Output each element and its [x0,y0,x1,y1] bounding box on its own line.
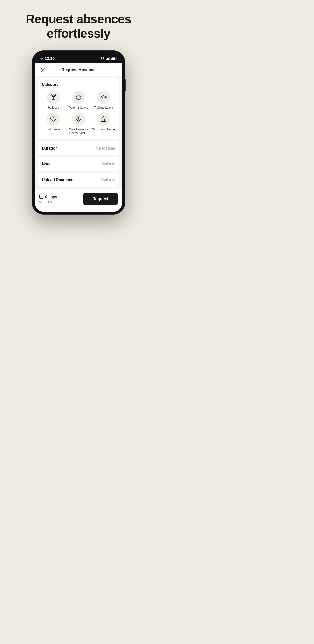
phone-side-button [125,79,126,91]
svg-rect-21 [41,197,42,198]
graduation-icon [100,94,107,100]
duration-label: Duration [42,146,58,150]
days-count: 0 days [39,194,57,200]
category-item-sick[interactable]: Sick Leave [42,112,65,135]
note-label: Note [42,162,50,166]
upload-value: Optional [101,178,115,182]
modal-title: Request Absence [61,68,95,72]
care-label: Care Leave for Elderly Famil... [67,128,90,135]
heart-hand-icon [75,116,82,122]
status-bar: 12:30 [35,53,122,63]
sick-label: Sick Leave [46,128,60,132]
close-button[interactable] [39,66,47,74]
calendar-icon [39,194,44,200]
training-label: Training Leave [94,106,113,110]
category-grid: Holidays Parental Leave [42,90,115,135]
note-section[interactable]: Note Optional [37,157,119,171]
category-label: Category [42,82,115,87]
svg-rect-4 [109,57,110,60]
bottom-sheet: Request Absence Category [35,63,122,212]
note-value: Optional [101,162,115,166]
svg-point-10 [76,95,81,100]
modal-header: Request Absence [35,63,122,76]
home-icon [100,116,107,122]
camera-dot [40,58,43,60]
days-info: 0 days See details [39,194,57,204]
battery-icon [111,57,117,60]
training-icon-circle [97,90,110,104]
category-item-training[interactable]: Training Leave [92,90,115,110]
wifi-icon [100,57,105,60]
hero-title: Request absences effortlessly [9,12,147,41]
svg-rect-3 [108,58,109,60]
holidays-icon-circle [47,90,60,104]
svg-point-0 [102,60,103,60]
phone-frame: 12:30 [32,50,125,215]
upload-section[interactable]: Upload Document Optional [37,173,119,187]
svg-point-11 [77,96,78,97]
category-item-care[interactable]: Care Leave for Elderly Famil... [67,112,90,135]
duration-value: Select time [96,146,115,150]
category-item-parental[interactable]: Parental Leave [67,90,90,110]
status-icons [100,57,117,60]
parental-icon-circle [72,90,85,104]
heart-pulse-icon [50,116,56,122]
days-text: 0 days [45,195,57,199]
smiley-icon [75,94,82,100]
holidays-label: Holidays [48,106,59,110]
status-time: 12:30 [45,56,54,61]
svg-point-12 [79,96,79,97]
signal-icon [106,57,110,60]
phone-screen: 12:30 [35,53,122,212]
wfh-label: Work From Home [92,128,115,132]
parental-label: Parental Leave [69,106,88,110]
status-left: 12:30 [40,56,54,61]
bottom-bar: 0 days See details Request [35,189,122,212]
request-button[interactable]: Request [83,192,118,205]
duration-section[interactable]: Duration Select time [37,141,119,155]
svg-rect-7 [112,58,115,60]
care-icon-circle [72,112,85,126]
svg-rect-1 [106,59,107,60]
see-details[interactable]: See details [39,200,57,204]
sick-icon-circle [47,112,60,126]
wfh-icon-circle [97,112,110,126]
category-section: Category [37,78,119,140]
svg-rect-6 [116,58,116,59]
category-item-wfh[interactable]: Work From Home [92,112,115,135]
svg-rect-2 [107,58,108,60]
upload-label: Upload Document [42,178,75,182]
category-item-holidays[interactable]: Holidays [42,90,65,110]
palm-tree-icon [50,94,56,100]
